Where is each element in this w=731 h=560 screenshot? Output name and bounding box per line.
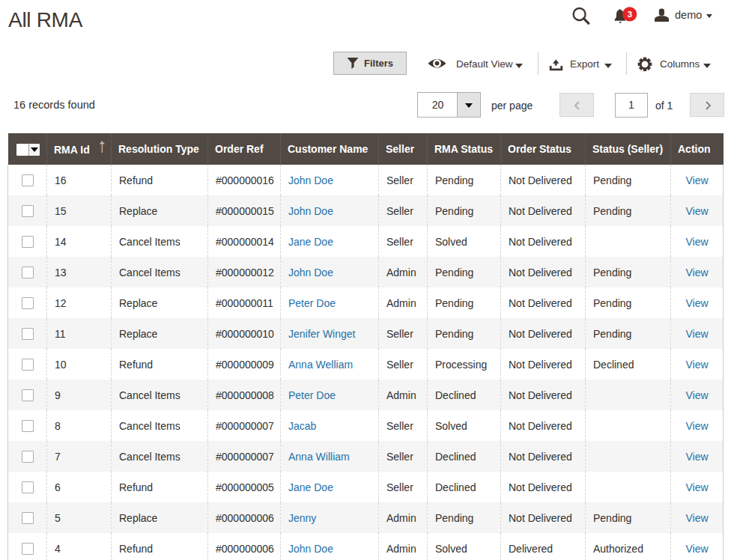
svg-text:3: 3 <box>628 10 632 19</box>
